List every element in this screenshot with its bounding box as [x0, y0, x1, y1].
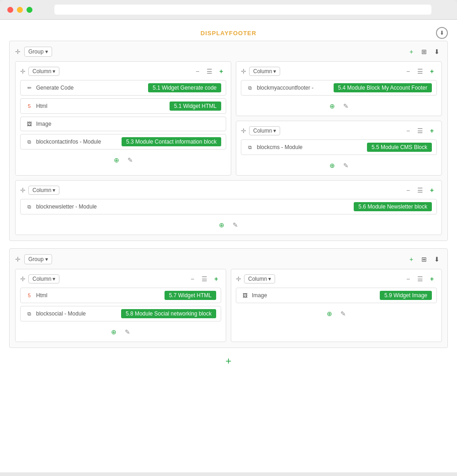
window-chrome: [0, 0, 457, 20]
col-newsletter-edit-button[interactable]: ✎: [230, 220, 240, 230]
widget-blocknewsletter-badge[interactable]: 5.6 Module Newsletter block: [354, 202, 432, 211]
widget-blocksocial-badge[interactable]: 5.8 Module Social networking block: [121, 309, 216, 318]
traffic-light-red[interactable]: [7, 7, 13, 13]
col4-drag-handle[interactable]: ✛: [236, 275, 241, 283]
col3-add-widget-button[interactable]: ⊕: [109, 327, 119, 337]
group2-add-button[interactable]: +: [406, 254, 416, 264]
col4-header: ✛ Column ▾ − ☰ +: [236, 274, 437, 284]
col1-container: ✛ Column ▾ − ☰ + ✏: [15, 61, 231, 176]
col-newsletter-chevron-icon: ▾: [53, 187, 55, 193]
col4-button[interactable]: Column ▾: [244, 274, 275, 283]
col2b-edit-button[interactable]: ✎: [341, 160, 351, 171]
widget-blockcontactinfos-badge[interactable]: 5.3 Module Contact information block: [122, 137, 221, 146]
address-bar[interactable]: [54, 5, 431, 15]
col4-add-widget-button[interactable]: ⊕: [324, 309, 335, 319]
traffic-light-green[interactable]: [27, 7, 32, 13]
widget-html2-badge[interactable]: 5.7 Widget HTML: [165, 291, 216, 300]
col-newsletter-drag-handle[interactable]: ✛: [20, 187, 26, 194]
col4-plus-button[interactable]: +: [427, 274, 437, 284]
group2-drag-handle[interactable]: ✛: [15, 256, 21, 263]
widget-html1-badge[interactable]: 5.1 Widget HTML: [170, 102, 221, 111]
col3-drag-handle[interactable]: ✛: [20, 275, 26, 283]
widget-html2-name: Html: [36, 292, 48, 299]
col2b-header-right: − ☰ +: [403, 126, 437, 136]
col1-edit-button[interactable]: ✎: [125, 155, 135, 165]
widget-image2-badge[interactable]: 5.9 Widget Image: [380, 291, 432, 300]
module-icon-3: ⧉: [246, 143, 254, 151]
col2a-button[interactable]: Column ▾: [249, 67, 280, 76]
widget-blockcms-name: blockcms - Module: [257, 144, 303, 150]
group1-grid-button[interactable]: ⊞: [419, 47, 429, 57]
group1-columns-row: ✛ Column ▾ − ☰ + ✏: [15, 61, 442, 176]
col1-button[interactable]: Column ▾: [28, 67, 59, 76]
col2a-list-button[interactable]: ☰: [415, 66, 425, 76]
col-newsletter-plus-button[interactable]: +: [427, 185, 437, 195]
group2-down-button[interactable]: ⬇: [432, 254, 442, 264]
group1-container: ✛ Group ▾ + ⊞ ⬇ ✛ Column: [9, 41, 448, 241]
col4-header-left: ✛ Column ▾: [236, 274, 275, 283]
group2-grid-button[interactable]: ⊞: [419, 254, 429, 264]
col3-minus-button[interactable]: −: [187, 274, 197, 284]
col2b-footer: ⊕ ✎: [241, 159, 437, 171]
col-newsletter-button[interactable]: Column ▾: [28, 186, 59, 195]
col4-label: Column: [248, 276, 267, 282]
col2b-add-widget-button[interactable]: ⊕: [327, 160, 337, 171]
col4-edit-button[interactable]: ✎: [338, 309, 348, 319]
col2b-plus-button[interactable]: +: [427, 126, 437, 136]
col1-footer: ⊕ ✎: [20, 153, 226, 165]
col2a-edit-button[interactable]: ✎: [341, 101, 351, 111]
download-button[interactable]: ⬇: [436, 27, 448, 39]
col-newsletter-footer: ⊕ ✎: [20, 218, 437, 230]
widget-image2-name: Image: [252, 292, 267, 299]
group1-down-button[interactable]: ⬇: [432, 47, 442, 57]
col4-chevron-icon: ▾: [268, 276, 271, 282]
col3-plus-button[interactable]: +: [211, 274, 221, 284]
col2a-minus-button[interactable]: −: [403, 66, 413, 76]
traffic-light-yellow[interactable]: [17, 7, 23, 13]
widget-blocknewsletter-left: ⧉ blocknewsletter - Module: [25, 203, 97, 211]
widget-generate-code-name: Generate Code: [36, 85, 74, 91]
col2a-drag-handle[interactable]: ✛: [241, 68, 246, 75]
col2a-label: Column: [253, 68, 272, 75]
widget-blockcms-left: ⧉ blockcms - Module: [246, 143, 303, 151]
col3-list-button[interactable]: ☰: [199, 274, 209, 284]
group1-button[interactable]: Group ▾: [24, 47, 52, 57]
col-newsletter-list-button[interactable]: ☰: [415, 185, 425, 195]
col2b-minus-button[interactable]: −: [403, 126, 413, 136]
col1-list-button[interactable]: ☰: [204, 66, 214, 76]
widget-generate-code-badge[interactable]: 5.1 Widget Generate code: [148, 83, 221, 92]
col-newsletter-minus-button[interactable]: −: [403, 185, 413, 195]
col-newsletter-add-widget-button[interactable]: ⊕: [217, 220, 227, 230]
widget-blockmyaccount-badge[interactable]: 5.4 Module Block My Account Footer: [334, 83, 432, 92]
widget-image1: 🖼 Image: [20, 117, 226, 131]
col1-add-widget-button[interactable]: ⊕: [112, 155, 122, 165]
widget-blockcms-badge[interactable]: 5.5 Module CMS Block: [367, 143, 432, 152]
widget-html2: 5 Html 5.7 Widget HTML: [20, 288, 221, 303]
col2b-button[interactable]: Column ▾: [249, 126, 280, 135]
col3-button[interactable]: Column ▾: [28, 274, 59, 283]
col3-header: ✛ Column ▾ − ☰ +: [20, 274, 221, 284]
col1-plus-button[interactable]: +: [216, 66, 226, 76]
col1-header-right: − ☰ +: [192, 66, 226, 76]
col2b-list-button[interactable]: ☰: [415, 126, 425, 136]
col4-list-button[interactable]: ☰: [415, 274, 425, 284]
col-right-stack: ✛ Column ▾ − ☰ +: [236, 61, 442, 176]
col1-drag-handle[interactable]: ✛: [20, 68, 26, 75]
newsletter-section: ✛ Column ▾ − ☰ + ⧉: [15, 180, 442, 235]
bottom-add-button[interactable]: +: [226, 355, 232, 367]
module-icon-5: ⧉: [25, 310, 33, 318]
col2a-add-widget-button[interactable]: ⊕: [327, 101, 337, 111]
widget-image1-left: 🖼 Image: [25, 120, 51, 128]
group1-drag-handle[interactable]: ✛: [15, 48, 21, 55]
col4-minus-button[interactable]: −: [403, 274, 413, 284]
group2-container: ✛ Group ▾ + ⊞ ⬇ ✛ Column: [9, 248, 448, 348]
widget-image2-left: 🖼 Image: [241, 291, 267, 300]
col3-edit-button[interactable]: ✎: [122, 327, 133, 337]
col2a-plus-button[interactable]: +: [427, 66, 437, 76]
group2-button[interactable]: Group ▾: [24, 254, 52, 264]
col2b-drag-handle[interactable]: ✛: [241, 127, 246, 134]
col1-minus-button[interactable]: −: [192, 66, 202, 76]
widget-blocksocial: ⧉ blocksocial - Module 5.8 Module Social…: [20, 306, 221, 321]
group1-add-button[interactable]: +: [406, 47, 416, 57]
col3-label: Column: [32, 276, 51, 282]
